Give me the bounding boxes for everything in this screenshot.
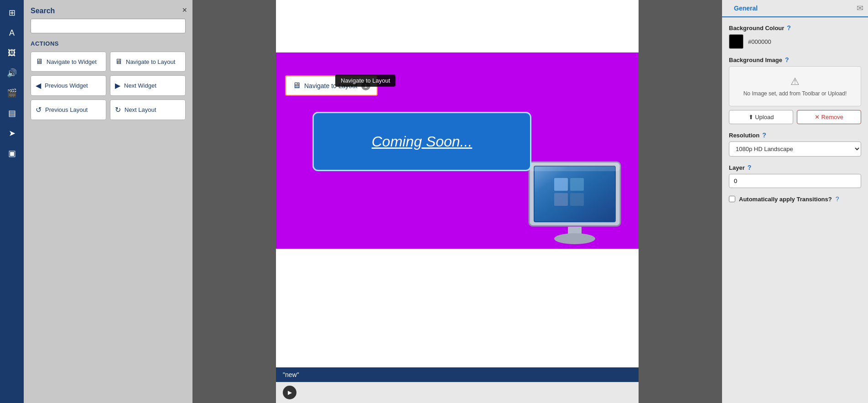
auto-transition-field: Automatically apply Transitions? ? xyxy=(729,195,861,203)
colour-value: #000000 xyxy=(748,38,771,45)
actions-grid: 🖥 Navigate to Widget 🖥 Navigate to Layou… xyxy=(31,52,186,120)
monitor-icon: 🖥 xyxy=(36,58,43,66)
navigate-layout-label: Navigate to Layout xyxy=(126,58,175,65)
center-area: 🖥 Navigate to Layout 1 Navigate to Layou… xyxy=(192,0,722,403)
image-buttons: ⬆ Upload ✕ Remove xyxy=(729,110,861,124)
coming-soon-widget[interactable]: Coming Soon... xyxy=(312,112,531,171)
previous-widget-label: Previous Widget xyxy=(45,82,88,89)
svg-point-9 xyxy=(554,233,595,244)
resolution-help-icon[interactable]: ? xyxy=(762,131,766,139)
play-button[interactable]: ▶ xyxy=(283,386,296,399)
resolution-label: Resolution ? xyxy=(729,131,861,139)
background-colour-field: Background Colour ? #000000 xyxy=(729,24,861,49)
right-panel-tabs: General ✉ xyxy=(722,0,868,17)
svg-rect-6 xyxy=(554,193,568,206)
next-layout-label: Next Layout xyxy=(125,106,156,113)
resolution-select[interactable]: 1080p HD Landscape 720p HD Landscape 4K … xyxy=(729,141,861,157)
background-colour-label: Background Colour ? xyxy=(729,24,861,31)
remove-button[interactable]: ✕ Remove xyxy=(797,110,861,124)
prev-widget-icon: ◀ xyxy=(36,81,41,90)
navigate-to-layout-button[interactable]: 🖥 Navigate to Layout xyxy=(110,52,186,72)
layer-help-icon[interactable]: ? xyxy=(748,164,752,171)
navigate-to-widget-button[interactable]: 🖥 Navigate to Widget xyxy=(31,52,106,72)
nav-layout-tooltip: Navigate to Layout xyxy=(335,74,395,87)
left-sidebar: ⊞ A 🖼 🔊 🎬 ▤ ➤ ▣ xyxy=(0,0,24,403)
background-image-label: Background Image ? xyxy=(729,56,861,63)
general-tab[interactable]: General xyxy=(727,0,765,17)
bg-image-placeholder: ⚠ No Image set, add from Toolbar or Uplo… xyxy=(729,66,861,106)
right-panel-content: Background Colour ? #000000 Background I… xyxy=(722,17,868,403)
search-label: Search xyxy=(31,7,186,15)
next-widget-label: Next Widget xyxy=(124,82,156,89)
nav-layout-widget-icon: 🖥 xyxy=(292,81,301,90)
bg-image-text: No Image set, add from Toolbar or Upload… xyxy=(738,90,852,97)
next-layout-icon: ↻ xyxy=(115,105,121,114)
video-icon[interactable]: 🎬 xyxy=(4,85,20,101)
auto-transition-label: Automatically apply Transitions? xyxy=(739,196,832,203)
auto-transition-row: Automatically apply Transitions? ? xyxy=(729,195,861,203)
coming-soon-text: Coming Soon... xyxy=(372,133,473,150)
auto-transition-checkbox[interactable] xyxy=(729,196,735,202)
layer-label: Layer ? xyxy=(729,164,861,171)
auto-transition-help-icon[interactable]: ? xyxy=(836,195,839,203)
monitor-illustration xyxy=(525,157,625,249)
preview-canvas: 🖥 Navigate to Layout 1 Navigate to Layou… xyxy=(276,52,639,249)
next-layout-button[interactable]: ↻ Next Layout xyxy=(110,99,186,120)
image-icon[interactable]: 🖼 xyxy=(4,45,20,61)
layer-input[interactable] xyxy=(729,174,861,188)
close-button[interactable]: × xyxy=(182,5,187,15)
upload-button[interactable]: ⬆ Upload xyxy=(729,110,793,124)
actions-panel: × Search ACTIONS 🖥 Navigate to Widget 🖥 … xyxy=(24,0,192,403)
colour-row: #000000 xyxy=(729,34,861,49)
background-image-section: Background Image ? ⚠ No Image set, add f… xyxy=(729,56,861,124)
previous-layout-button[interactable]: ↺ Previous Layout xyxy=(31,99,106,120)
send-icon[interactable]: ➤ xyxy=(4,125,20,141)
preview-top-space xyxy=(276,0,639,52)
audio-icon[interactable]: 🔊 xyxy=(4,65,20,81)
navigate-widget-label: Navigate to Widget xyxy=(47,58,97,65)
preview-controls-bar: ▶ xyxy=(276,382,639,403)
previous-layout-label: Previous Layout xyxy=(45,106,88,113)
text-icon[interactable]: A xyxy=(4,25,20,41)
grid-icon[interactable]: ⊞ xyxy=(4,5,20,21)
next-widget-icon: ▶ xyxy=(115,81,120,90)
play-icon: ▶ xyxy=(288,389,292,396)
warning-icon: ⚠ xyxy=(738,76,852,88)
search-input[interactable] xyxy=(31,19,186,33)
actions-section-label: ACTIONS xyxy=(31,40,186,47)
background-colour-help-icon[interactable]: ? xyxy=(787,24,791,31)
svg-rect-4 xyxy=(554,178,568,191)
previous-widget-button[interactable]: ◀ Previous Widget xyxy=(31,75,106,96)
resolution-field: Resolution ? 1080p HD Landscape 720p HD … xyxy=(729,131,861,157)
layer-field: Layer ? xyxy=(729,164,861,188)
preview-bottom-space xyxy=(276,249,639,367)
monitor-layout-icon: 🖥 xyxy=(115,58,122,66)
send-tab-icon[interactable]: ✉ xyxy=(857,3,863,13)
preview-label-bar: "new" xyxy=(276,367,639,382)
next-widget-button[interactable]: ▶ Next Widget xyxy=(110,75,186,96)
prev-layout-icon: ↺ xyxy=(36,105,42,114)
svg-rect-5 xyxy=(570,178,584,191)
layers-icon[interactable]: ▤ xyxy=(4,105,20,121)
background-image-help-icon[interactable]: ? xyxy=(785,56,789,63)
preview-label-text: "new" xyxy=(283,371,299,378)
svg-rect-10 xyxy=(529,162,620,171)
display-icon[interactable]: ▣ xyxy=(4,145,20,162)
colour-swatch[interactable] xyxy=(729,34,743,49)
preview-modal: 🖥 Navigate to Layout 1 Navigate to Layou… xyxy=(276,0,639,403)
right-panel: General ✉ Background Colour ? #000000 Ba… xyxy=(722,0,868,403)
svg-rect-7 xyxy=(570,193,584,206)
